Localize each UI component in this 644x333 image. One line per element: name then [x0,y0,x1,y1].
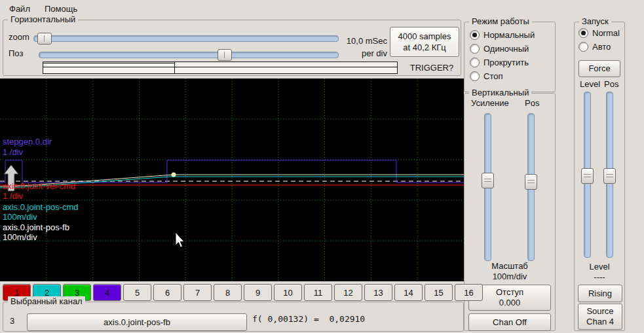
trigger-mode-radio-icon-0[interactable] [578,28,588,38]
run-mode-radio-icon-2[interactable] [470,58,480,67]
run-mode-radio-icon-3[interactable] [470,71,480,81]
horizontal-panel: Горизонтальный zoom Поз 10,0 mSec per di… [3,20,461,76]
channel-button-14[interactable]: 14 [394,284,423,301]
time-per-div-unit: per div [339,47,387,60]
cursor-readout: f( 0,00132) = 0,02910 [252,314,365,324]
trigger-mode-radio-icon-1[interactable] [578,42,588,52]
scope-svg [0,79,464,281]
force-button-label: Force [588,63,610,74]
channel-button-13[interactable]: 13 [364,284,392,301]
trigger-level-caption: Level [575,262,624,272]
run-mode-option-2[interactable]: Прокрутить [470,56,535,69]
record-position-bar [43,61,398,74]
samples-line2: at 40,2 КГц [403,42,445,53]
samples-line1: 4000 samples [398,31,451,42]
source-button-line2: Chan 4 [586,317,614,327]
trigger-status-label: TRIGGER? [404,63,459,73]
run-mode-options: НормальныйОдиночныйПрокрутитьСтоп [470,28,535,83]
selected-channel-number: 3 [10,317,14,326]
source-button[interactable]: Source Chan 4 [578,304,622,330]
channel-button-5[interactable]: 5 [123,284,151,301]
mouse-cursor [176,232,184,247]
trigger-level-slider[interactable] [584,92,591,258]
trigger-pos-slider-handle[interactable] [603,168,616,184]
trigger-mode-options: NormalАвто [578,26,620,54]
time-per-div: 10,0 mSec per div [339,35,387,60]
run-mode-radio-icon-1[interactable] [470,44,480,54]
selected-channel-name: axis.0.joint-pos-fb [104,317,170,328]
channel-button-8[interactable]: 8 [214,284,242,301]
trigger-panel: Запуск NormalАвто Force Level Pos Level … [574,22,625,331]
trace-stepgen-0-dir [0,160,464,183]
scale-value: 100m/div [464,272,555,281]
run-mode-option-0[interactable]: Нормальный [470,28,535,42]
offset-button-line2: 0.000 [499,298,521,308]
trigger-mode-option-label-1: Авто [592,42,611,52]
scale-label: Масштаб [464,261,555,271]
run-mode-option-3[interactable]: Стоп [470,69,535,83]
cursor-point-marker [172,173,176,177]
channel-button-11[interactable]: 11 [304,284,332,301]
selected-channel-name-button[interactable]: axis.0.joint-pos-fb [27,313,247,331]
run-mode-option-label-0: Нормальный [483,30,535,40]
pos-slider[interactable] [39,52,339,58]
halscope-window: ФайлПомощь Горизонтальный zoom Поз 10,0 … [0,0,644,333]
run-mode-title: Режим работы [469,16,532,27]
pos-slider-handle[interactable] [218,49,232,61]
channel-button-4[interactable]: 4 [93,284,121,301]
record-display-segment [43,63,174,63]
vertical-pos-label: Pos [525,99,539,108]
menu-item-help[interactable]: Помощь [41,3,81,15]
run-mode-panel: Режим работы НормальныйОдиночныйПрокрути… [464,22,556,92]
selected-channel-title: Выбранный канал [8,296,85,307]
vertical-panel-title: Вертикальный [469,88,531,98]
trigger-level-slider-handle[interactable] [581,168,594,184]
channel-button-9[interactable]: 9 [244,284,272,301]
offset-button-line1: Отступ [496,287,523,298]
gain-label: Усиление [471,99,509,108]
gain-slider-handle[interactable] [482,173,494,188]
trigger-pos-label: Pos [604,80,618,89]
menu-bar: ФайлПомощь [0,0,644,17]
edge-button-label: Rising [588,289,612,299]
channel-button-12[interactable]: 12 [334,284,362,301]
trigger-mode-option-1[interactable]: Авто [578,40,620,54]
chan-off-button[interactable]: Chan Off [468,313,551,331]
channel-button-7[interactable]: 7 [183,284,212,301]
vertical-pos-slider[interactable] [527,113,535,261]
run-mode-radio-icon-0[interactable] [470,30,480,40]
zoom-slider[interactable] [33,35,339,42]
run-mode-option-label-2: Прокрутить [483,58,529,67]
chan-off-button-label: Chan Off [493,317,527,328]
force-button[interactable]: Force [578,60,620,77]
channel-button-6[interactable]: 6 [153,284,181,301]
run-mode-option-1[interactable]: Одиночный [470,42,535,56]
zoom-slider-handle[interactable] [37,33,52,44]
samples-button[interactable]: 4000 samples at 40,2 КГц [390,27,459,57]
time-per-div-value: 10,0 mSec [339,35,387,47]
run-mode-option-label-1: Одиночный [483,44,529,54]
vertical-pos-slider-handle[interactable] [525,174,537,190]
trigger-panel-title: Запуск [579,16,611,27]
selected-channel-panel: Выбранный канал 3 axis.0.joint-pos-fb f(… [3,302,464,332]
run-mode-option-label-3: Стоп [483,71,502,81]
channel-button-16[interactable]: 16 [455,284,483,301]
record-position-line [43,67,397,67]
channel-button-15[interactable]: 15 [425,284,453,301]
trigger-mode-option-0[interactable]: Normal [578,26,620,40]
scope-display[interactable]: stepgen.0.dir1 /divaxis.0.joint-vel-cmd1… [0,79,464,281]
channel-button-10[interactable]: 10 [274,284,302,301]
gain-slider[interactable] [484,113,491,261]
source-button-line1: Source [586,306,613,317]
trigger-level-label: Level [580,80,600,89]
edge-button[interactable]: Rising [578,285,622,302]
horizontal-panel-title: Горизонтальный [8,14,78,25]
menu-item-file[interactable]: Файл [5,3,34,15]
trigger-level-value: ---- [575,272,624,282]
trigger-pos-slider[interactable] [606,92,613,258]
record-trigger-tick [174,62,175,73]
trigger-mode-option-label-0: Normal [592,28,620,38]
pos-label: Поз [9,49,23,58]
zoom-label: zoom [9,33,29,42]
